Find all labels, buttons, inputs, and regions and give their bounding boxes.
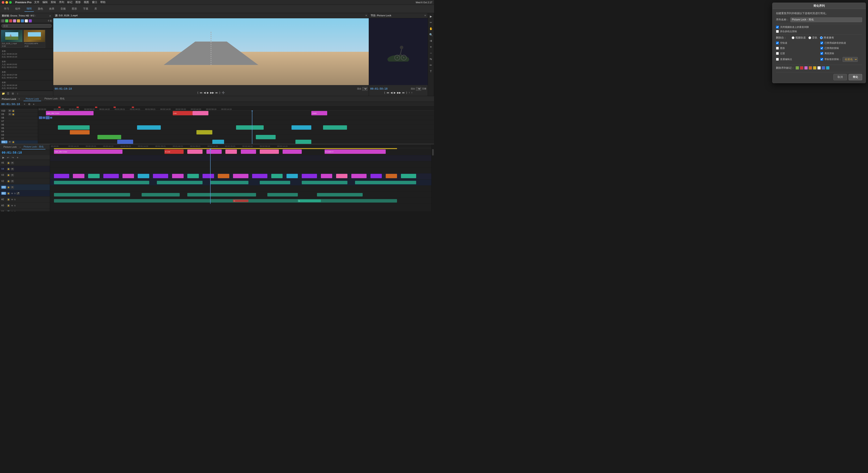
b-a1-5[interactable] [302,181,347,184]
b-v1-13[interactable] [252,174,267,178]
source-insert[interactable]: ➕ [222,91,225,94]
b-a1-1[interactable] [54,181,149,184]
tl-add-track[interactable]: + [23,102,27,106]
clip-v6-4[interactable] [291,125,311,130]
clip-v3-3[interactable] [296,140,311,144]
b-v1-15[interactable] [286,174,298,178]
b-v1-9[interactable] [187,174,199,178]
tab-library[interactable]: 库 [92,6,99,11]
tool-hand[interactable]: ✋ [429,26,433,31]
tl-bt-tab1[interactable]: Picture Lock - 简化 [22,145,45,150]
clip-v3-1[interactable] [117,140,133,144]
program-play-fwd[interactable]: ▶▶ [397,91,401,94]
v1-eye[interactable]: 👁 [8,141,11,144]
tl-b-redo[interactable]: ↪ [11,156,15,159]
menu-clip[interactable]: 剪辑 [51,0,56,4]
b-v1-7[interactable] [153,174,168,178]
tl-a1-mic[interactable]: 🎤 [17,192,20,195]
tool-slide[interactable]: ⇆ [429,57,433,61]
source-close-icon[interactable]: ✕ [365,14,367,17]
tl-v1-lock[interactable]: 🔒 [7,186,10,189]
b-clip-v5-2[interactable] [187,150,203,154]
tool-razor[interactable]: ✂ [429,20,433,25]
clip-v6-2[interactable] [137,125,161,130]
b-v1-11[interactable] [218,174,229,178]
tool-ripple[interactable]: ⇉ [429,38,433,43]
b-v1-20[interactable] [370,174,382,178]
tl-v5-lock[interactable]: 🔒 [7,162,10,164]
clip-v9-lower[interactable]: Lower [311,111,327,115]
clip-v5-1[interactable] [70,130,90,134]
b-v1-5[interactable] [122,174,134,178]
tl-v4-lock[interactable]: 🔒 [7,168,10,170]
maximize-button[interactable] [9,1,12,4]
b-v1-3[interactable] [88,174,100,178]
program-step-back[interactable]: ⏮ [386,91,389,94]
b-clip-v5-lower[interactable]: fx Lower 3 [324,150,385,154]
tl-bottom-playhead[interactable] [210,149,211,204]
b-a3-1[interactable] [54,193,130,196]
b-v1-4[interactable] [103,174,119,178]
tl-v1-eye[interactable]: 👁 [11,186,14,189]
tool-zoom[interactable]: 🔍 [429,32,433,37]
b-v1-18[interactable] [336,174,348,178]
clip-v5-2[interactable] [196,130,212,134]
program-blend-select[interactable] [416,87,421,91]
marker-gold[interactable] [17,19,20,23]
b-a3-2[interactable] [142,193,180,196]
b-v1-16[interactable] [302,174,317,178]
b-v1-1[interactable] [54,174,69,178]
tab-effects[interactable]: 效果 [47,6,57,11]
b-a4-fx[interactable]: fx [233,199,248,202]
tl-tab-0[interactable]: Picture Lock [24,97,41,101]
tl-a2-lock[interactable]: 🔒 [7,198,10,201]
marker-white[interactable] [25,19,28,23]
marker-purple[interactable] [29,19,32,23]
program-play-back[interactable]: ◀ [391,91,393,94]
timeline-playhead[interactable] [252,111,252,144]
tab-edit[interactable]: 编辑 [24,6,34,12]
menu-edit[interactable]: 编辑 [42,0,48,4]
tl-v3-eye[interactable]: 👁 [11,174,14,177]
v9-lock[interactable]: 🔒 [12,113,15,116]
source-blend-select[interactable] [362,87,367,91]
tl-a4-lock[interactable]: 🔒 [7,211,10,212]
b-v1-8[interactable] [172,174,184,178]
tl-a3-lock[interactable]: 🔒 [7,204,10,207]
program-mark-out[interactable]: ⟩ [406,91,407,94]
source-step-back[interactable]: ⏮ [200,91,202,94]
menu-file[interactable]: 文件 [34,0,39,4]
b-a4-1[interactable] [54,199,397,202]
clip-v6-1[interactable] [58,125,90,130]
source-play-back[interactable]: ◀ [204,91,206,94]
clip-v9-1[interactable]: main_title 3.mov [46,111,93,115]
b-a4-2[interactable]: fx [298,199,321,202]
program-extract[interactable]: ↑ [411,91,412,94]
sort-icon[interactable]: ↕ [16,92,20,96]
clip-v6-3[interactable] [236,125,264,130]
tl-v5-eye[interactable]: 👁 [11,162,14,164]
tl-v2-lock[interactable]: 🔒 [7,180,10,183]
b-a3-4[interactable] [267,193,298,196]
b-a1-3[interactable] [210,181,248,184]
tab-graphics[interactable]: 图形 [70,6,79,11]
b-v1-19[interactable] [351,174,367,178]
clip-v3-2[interactable] [212,140,224,144]
tl-v3-lock[interactable]: 🔒 [7,174,10,177]
tl-bt-tab0[interactable]: Picture Lock [2,145,19,149]
menu-view[interactable]: 视图 [84,0,89,4]
tl-scrollbar-thumb[interactable] [432,149,434,156]
source-mark-in[interactable]: ⟨ [197,91,198,94]
marker-green[interactable] [5,19,8,23]
b-v1-14[interactable] [271,174,283,178]
tool-text[interactable]: T [429,69,433,73]
v1-lock[interactable]: 🔒 [12,141,15,144]
icon-view-btn[interactable]: ⊞ [11,92,15,96]
b-clip-v5-7[interactable] [283,150,302,154]
source-play[interactable]: ▶ [207,91,209,94]
source-play-fwd[interactable]: ▶▶ [210,91,214,94]
tab-assembly[interactable]: 组件 [13,6,23,11]
b-v1-6[interactable] [138,174,149,178]
media-search-input[interactable] [1,24,52,28]
tl-a1-lock[interactable]: 🔒 [7,192,10,195]
